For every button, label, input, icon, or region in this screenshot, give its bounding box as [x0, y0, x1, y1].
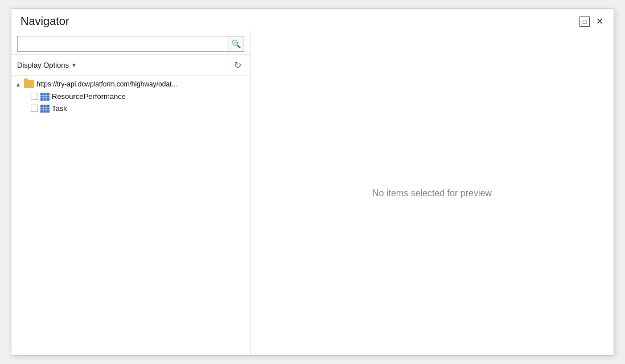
minimize-button[interactable]: □	[579, 16, 590, 27]
search-input[interactable]	[17, 36, 228, 52]
root-url-label: https://try-api.dcwplatform.com/highway/…	[36, 80, 177, 88]
refresh-icon[interactable]: ↻	[231, 58, 244, 72]
resource-performance-label: ResourcePerformance	[52, 92, 126, 101]
checkbox-icon[interactable]	[31, 105, 38, 112]
svg-rect-0	[40, 93, 50, 101]
display-options-button[interactable]: Display Options ▼	[17, 61, 77, 69]
close-button[interactable]: ✕	[594, 16, 605, 27]
window-body: 🔍 Display Options ▼ ↻ ▲ https://try-api.…	[11, 31, 614, 355]
navigator-window: Navigator □ ✕ 🔍 Display Options ▼ ↻ ▲	[11, 9, 614, 355]
tree-root-item[interactable]: ▲ https://try-api.dcwplatform.com/highwa…	[11, 78, 250, 90]
left-panel: 🔍 Display Options ▼ ↻ ▲ https://try-api.…	[11, 31, 250, 355]
tree-child-item[interactable]: Task	[27, 102, 250, 114]
table-icon	[40, 93, 50, 101]
search-icon[interactable]: 🔍	[228, 36, 244, 52]
right-panel: No items selected for preview	[250, 31, 614, 355]
tree-children: ResourcePerformance	[11, 90, 250, 114]
chevron-down-icon: ▼	[71, 62, 77, 68]
collapse-icon: ▲	[15, 81, 22, 88]
tree-area: ▲ https://try-api.dcwplatform.com/highwa…	[11, 76, 250, 355]
title-bar: Navigator □ ✕	[11, 9, 614, 31]
table-icon	[40, 105, 50, 113]
task-label: Task	[52, 104, 67, 113]
search-area: 🔍	[11, 31, 250, 55]
tree-child-item[interactable]: ResourcePerformance	[27, 90, 250, 102]
title-bar-controls: □ ✕	[579, 16, 605, 27]
window-title: Navigator	[20, 15, 69, 28]
svg-rect-5	[40, 105, 50, 113]
display-options-label: Display Options	[17, 61, 69, 69]
display-options-bar: Display Options ▼ ↻	[11, 55, 250, 76]
no-preview-message: No items selected for preview	[372, 188, 492, 198]
checkbox-icon[interactable]	[31, 93, 38, 100]
folder-icon	[24, 80, 34, 88]
